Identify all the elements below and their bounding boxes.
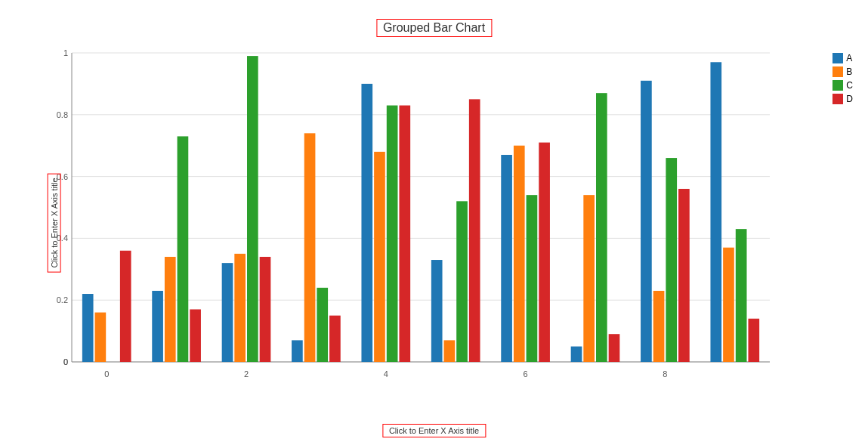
svg-rect-39 xyxy=(456,201,468,362)
svg-rect-44 xyxy=(539,143,550,362)
svg-rect-49 xyxy=(609,334,620,362)
svg-rect-14 xyxy=(82,294,94,362)
chart-container: Grouped Bar Chart Click to Enter X Axis … xyxy=(0,0,868,445)
legend-item-a: A xyxy=(832,53,853,63)
svg-rect-29 xyxy=(304,133,316,362)
svg-rect-57 xyxy=(736,229,747,362)
svg-rect-26 xyxy=(260,257,271,362)
svg-rect-52 xyxy=(666,158,677,362)
svg-rect-43 xyxy=(527,195,538,362)
chart-title[interactable]: Grouped Bar Chart xyxy=(376,19,492,37)
svg-text:0.2: 0.2 xyxy=(57,295,68,304)
svg-rect-48 xyxy=(596,93,607,362)
svg-rect-34 xyxy=(387,106,398,362)
x-axis-title[interactable]: Click to Enter X Axis title xyxy=(382,424,486,437)
svg-text:0: 0 xyxy=(63,357,68,366)
legend-item-c: C xyxy=(832,80,853,91)
svg-rect-47 xyxy=(583,195,595,362)
svg-rect-53 xyxy=(678,189,690,362)
svg-rect-38 xyxy=(444,340,456,362)
legend-label-a: A xyxy=(846,53,852,63)
svg-rect-19 xyxy=(152,291,163,362)
svg-rect-20 xyxy=(165,257,176,362)
svg-rect-23 xyxy=(222,263,233,362)
chart-svg: 00.20.40.60.81024680 xyxy=(38,45,777,392)
legend-item-b: B xyxy=(832,66,853,77)
legend-color-b xyxy=(832,66,843,77)
svg-rect-17 xyxy=(120,251,131,362)
svg-rect-42 xyxy=(514,146,525,362)
svg-rect-40 xyxy=(469,99,480,362)
svg-text:2: 2 xyxy=(244,369,249,379)
svg-rect-28 xyxy=(292,340,303,362)
svg-rect-32 xyxy=(361,84,372,362)
y-axis-title[interactable]: Click to Enter X Axis title xyxy=(48,173,61,272)
svg-rect-35 xyxy=(399,106,410,362)
legend-label-b: B xyxy=(846,66,852,77)
svg-text:6: 6 xyxy=(524,369,528,379)
svg-rect-15 xyxy=(95,313,107,362)
svg-rect-58 xyxy=(748,319,759,362)
legend-label-c: C xyxy=(846,80,853,91)
svg-text:0: 0 xyxy=(104,369,109,379)
svg-rect-50 xyxy=(641,81,652,362)
svg-rect-46 xyxy=(571,347,582,362)
svg-rect-37 xyxy=(431,260,443,362)
svg-text:8: 8 xyxy=(663,369,667,379)
svg-rect-21 xyxy=(178,136,189,362)
svg-rect-41 xyxy=(501,155,512,362)
svg-text:1: 1 xyxy=(63,48,68,57)
legend-item-d: D xyxy=(832,94,853,104)
svg-rect-31 xyxy=(329,316,341,362)
svg-rect-56 xyxy=(723,248,734,362)
legend-color-a xyxy=(832,53,843,63)
legend-color-c xyxy=(832,80,843,91)
svg-rect-25 xyxy=(247,56,258,362)
svg-rect-33 xyxy=(374,152,385,362)
svg-rect-22 xyxy=(190,309,201,362)
svg-rect-24 xyxy=(234,254,246,362)
svg-rect-30 xyxy=(317,288,328,362)
legend-color-d xyxy=(832,94,843,104)
svg-text:4: 4 xyxy=(384,369,388,379)
legend-label-d: D xyxy=(846,94,853,104)
svg-rect-55 xyxy=(710,62,721,362)
svg-rect-51 xyxy=(653,291,665,362)
svg-text:0.8: 0.8 xyxy=(57,110,68,119)
chart-legend: A B C D xyxy=(832,53,853,104)
